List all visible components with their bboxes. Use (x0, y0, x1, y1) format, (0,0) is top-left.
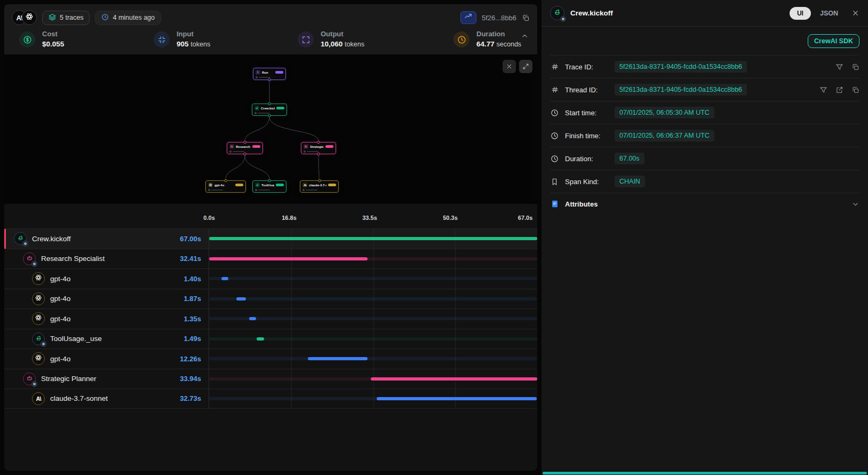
node-label: Run (262, 71, 274, 74)
span-row-gpt-4o[interactable]: gpt-4o1.87s (4, 289, 537, 309)
stat-value: 64.77 seconds (476, 40, 521, 48)
filter-icon (835, 63, 843, 71)
chevron-down-icon (851, 200, 859, 208)
detail-row-label: Trace ID: (565, 63, 609, 71)
span-duration: 1.40s (184, 275, 201, 283)
filter-button[interactable] (835, 63, 843, 71)
detail-row-label: Start time: (565, 109, 609, 117)
openai-icon (35, 274, 42, 281)
span-track (209, 309, 537, 329)
node-subline (255, 189, 284, 191)
span-bar (257, 337, 264, 341)
span-track-bg (209, 317, 537, 320)
span-duration: 1.35s (184, 315, 201, 323)
copy-icon (851, 86, 859, 94)
trace-age-label: 4 minutes ago (113, 14, 155, 21)
span-duration: 32.41s (180, 255, 201, 263)
external-button[interactable] (835, 86, 843, 94)
traces-count-badge[interactable]: 5 traces (42, 11, 90, 25)
trace-graph: RunCrew.kickoffResearch Speciali...Strat… (4, 54, 537, 204)
span-name: gpt-4o (50, 355, 70, 363)
span-track (209, 269, 537, 289)
chevron-up-icon (521, 32, 529, 40)
crewai-icon (550, 6, 564, 20)
span-name: gpt-4o (50, 315, 70, 323)
filter-button[interactable] (819, 86, 827, 94)
arrows-out-icon (301, 35, 310, 44)
detail-row-finish-time-: Finish time:07/01/2025, 06:06:37 AM UTC (550, 124, 859, 147)
span-duration: 33.94s (180, 375, 201, 383)
hash-icon (551, 86, 559, 93)
graph-node-claude-3-7-sonnet[interactable]: A\claude-3.7-sonnet (300, 180, 339, 193)
copy-button[interactable] (851, 63, 859, 71)
span-row-research-specialist[interactable]: Research Specialist32.41s (4, 249, 537, 269)
detail-row-thread-id-: Thread ID:5f2613da-8371-9405-fcdd-0a1534… (550, 78, 859, 101)
span-row-crew-kickoff[interactable]: Crew.kickoff67.00s (4, 228, 537, 249)
span-row-claude-3-7-sonnet[interactable]: A\claude-3.7-sonnet32.73s (4, 389, 537, 409)
arrows-in-icon (154, 31, 170, 48)
trace-age-badge[interactable]: 4 minutes ago (95, 11, 161, 25)
span-bar (209, 257, 368, 260)
copy-trace-id-button[interactable] (522, 14, 530, 22)
graph-node-run[interactable]: Run (253, 68, 286, 80)
clock-icon (551, 132, 559, 140)
copy-icon (522, 14, 530, 22)
instrumentation-badge-icon (31, 381, 37, 387)
attributes-section-toggle[interactable]: Attributes (550, 193, 859, 215)
span-track-bg (209, 357, 537, 360)
crewai-icon (256, 183, 259, 187)
node-label: Research Speciali... (236, 145, 251, 148)
sdk-badge: CrewAI SDK (808, 34, 859, 48)
span-bar (236, 297, 245, 300)
span-row-gpt-4o[interactable]: gpt-4o1.40s (4, 268, 537, 289)
node-label: ToolUsage._use (261, 184, 274, 187)
close-icon (506, 63, 513, 70)
detail-close-button[interactable] (851, 9, 859, 17)
horizontal-scrollbar[interactable] (543, 472, 867, 474)
detail-row-span-kind-: Span Kind:CHAIN (550, 170, 859, 193)
collapse-stats-button[interactable] (521, 32, 529, 42)
graph-node-gpt-4o[interactable]: gpt-4o (205, 180, 246, 193)
metrics-button[interactable] (460, 11, 476, 24)
span-bar (221, 277, 228, 280)
stat-label: Cost (42, 30, 64, 38)
waterfall: 0.0s16.8s33.5s50.3s67.0s Crew.kickoff67.… (4, 209, 537, 409)
stat-output: Output10,060 tokens (298, 30, 453, 48)
graph-close-button[interactable] (503, 60, 516, 73)
stats-row: Cost$0.055Input905 tokensOutput10,060 to… (12, 26, 530, 48)
stat-value: 905 tokens (177, 40, 210, 48)
chevron-down-icon[interactable] (851, 200, 859, 208)
span-duration: 12.26s (180, 355, 201, 363)
tab-json[interactable]: JSON (820, 10, 838, 17)
graph-node-strategic-planner[interactable]: Strategic Planner (301, 142, 336, 154)
span-row-gpt-4o[interactable]: gpt-4o12.26s (4, 349, 537, 369)
graph-node-toolusage-use[interactable]: ToolUsage._use (252, 180, 286, 193)
span-track (209, 229, 537, 249)
detail-header: Crew.kickoff UI JSON (541, 0, 868, 27)
graph-expand-button[interactable] (519, 60, 532, 73)
span-row-gpt-4o[interactable]: gpt-4o1.35s (4, 308, 537, 329)
span-bar (371, 377, 537, 381)
span-name: Research Specialist (41, 255, 105, 263)
clock-icon (453, 31, 469, 48)
play-icon (256, 70, 260, 74)
axis-tick-label: 33.5s (362, 215, 377, 221)
tab-ui[interactable]: UI (790, 7, 811, 20)
node-label: gpt-4o (214, 184, 234, 187)
copy-button[interactable] (851, 86, 859, 94)
openai-avatar (22, 10, 37, 25)
span-row-strategic-planner[interactable]: Strategic Planner33.94s (4, 369, 537, 389)
trace-panel: A\ 5 traces 4 minutes ago 5f26...8bb6 Co… (4, 4, 537, 471)
graph-node-crew-kickoff[interactable]: Crew.kickoff (252, 104, 287, 116)
graph-node-research-speciali-[interactable]: Research Speciali... (227, 142, 263, 154)
timeline-axis: 0.0s16.8s33.5s50.3s67.0s (4, 209, 537, 228)
detail-row-trace-id-: Trace ID:5f2613da-8371-9405-fcdd-0a1534c… (550, 55, 859, 78)
stat-value: 10,060 tokens (321, 40, 364, 48)
anthropic-icon: A\ (17, 14, 22, 22)
stat-label: Output (321, 30, 364, 38)
span-name: ToolUsage._use (50, 335, 102, 343)
stat-duration: Duration64.77 seconds (453, 30, 522, 48)
span-duration: 67.00s (180, 235, 201, 243)
span-row-toolusage-use[interactable]: ToolUsage._use1.49s (4, 329, 537, 349)
span-track-bg (209, 277, 537, 280)
